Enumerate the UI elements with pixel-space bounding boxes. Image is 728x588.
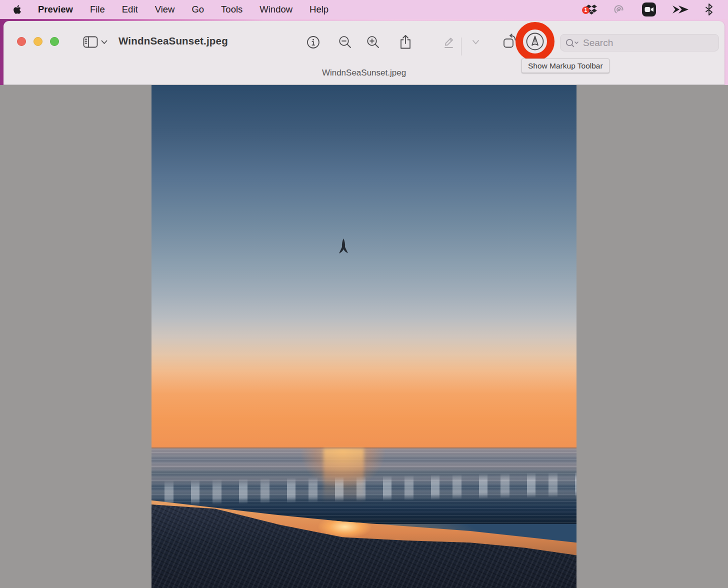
close-button[interactable]: [17, 37, 26, 46]
zoom-in-button[interactable]: [364, 33, 382, 51]
bird-silhouette: [336, 238, 351, 260]
markup-tooltip: Show Markup Toolbar: [522, 58, 610, 73]
apple-icon: [13, 4, 22, 14]
markup-options-button: [468, 36, 482, 48]
menu-edit[interactable]: Edit: [114, 0, 146, 19]
dart-arrow-icon: [672, 4, 690, 16]
info-icon: [306, 36, 320, 49]
zoom-out-icon: [338, 36, 352, 49]
filename-subtitle: WindnSeaSunset.jpeg: [4, 68, 724, 78]
photo-wave-foam: [152, 471, 576, 506]
video-camera-icon: [642, 2, 656, 17]
menu-tools[interactable]: Tools: [212, 0, 251, 19]
document-area: [0, 85, 728, 588]
chevron-down-icon: [101, 40, 108, 44]
zoom-in-icon: [366, 36, 380, 49]
menubar-menus: Preview File Edit View Go Tools Window H…: [7, 0, 337, 19]
menu-window[interactable]: Window: [251, 0, 301, 19]
sidebar-toggle-button[interactable]: [80, 33, 110, 51]
menubar: Preview File Edit View Go Tools Window H…: [0, 0, 728, 19]
zoom-out-button[interactable]: [336, 33, 354, 51]
window-toolbar: WindnSeaSunset.jpeg: [4, 21, 724, 85]
rotate-left-button[interactable]: [500, 31, 520, 52]
rotate-left-icon: [502, 34, 518, 50]
arc-radar-icon: [612, 2, 626, 16]
chevron-down-icon: [472, 40, 480, 45]
dart-menu-item[interactable]: [664, 4, 697, 16]
search-icon: [566, 38, 579, 48]
traffic-lights: [17, 37, 59, 46]
sunset-photo[interactable]: [152, 85, 576, 588]
toolbar-divider: [461, 38, 462, 56]
menu-help[interactable]: Help: [301, 0, 337, 19]
video-menu-item[interactable]: [634, 2, 664, 17]
show-markup-toolbar-button[interactable]: [525, 32, 545, 52]
dropbox-menu-item[interactable]: 1: [578, 4, 605, 15]
menubar-status-items: 1: [578, 2, 721, 17]
markup-toolbar-icon: [525, 32, 545, 52]
sidebar-icon: [83, 36, 98, 48]
share-button[interactable]: [396, 32, 414, 52]
menu-view[interactable]: View: [146, 0, 184, 19]
search-input[interactable]: [583, 38, 698, 48]
menu-file[interactable]: File: [82, 0, 114, 19]
menu-go[interactable]: Go: [183, 0, 212, 19]
bluetooth-icon: [704, 4, 714, 16]
markup-pencil-button: [440, 33, 458, 51]
markup-pencil-icon: [442, 34, 456, 50]
info-button[interactable]: [304, 33, 322, 51]
menu-preview[interactable]: Preview: [30, 0, 82, 19]
apple-menu[interactable]: [7, 4, 30, 14]
window-title: WindnSeaSunset.jpeg: [118, 35, 228, 47]
dropbox-badge: 1: [582, 6, 590, 14]
fullscreen-button[interactable]: [50, 37, 59, 46]
share-icon: [399, 34, 412, 50]
arc-menu-item[interactable]: [605, 2, 634, 16]
bluetooth-menu-item[interactable]: [697, 4, 721, 16]
minimize-button[interactable]: [34, 37, 42, 46]
search-field[interactable]: [560, 34, 719, 52]
